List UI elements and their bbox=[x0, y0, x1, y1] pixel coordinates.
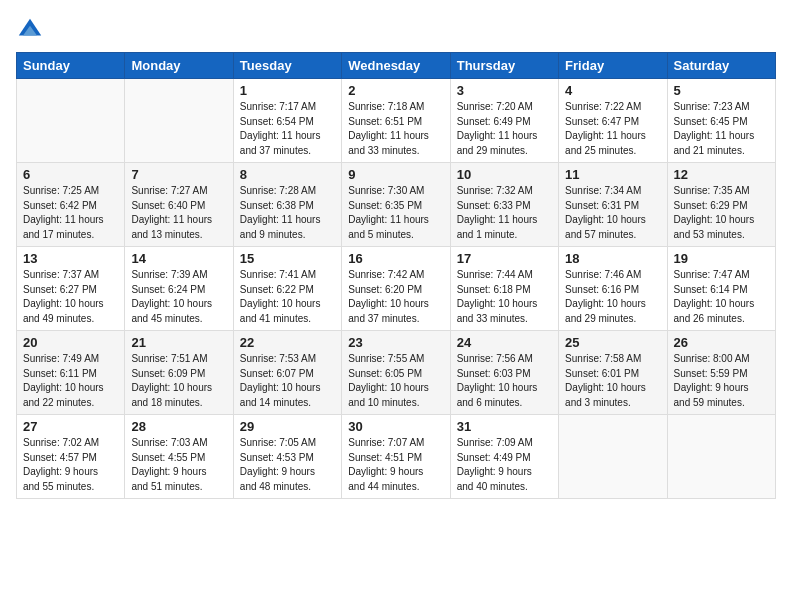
day-number: 16 bbox=[348, 251, 443, 266]
day-info: Sunrise: 8:00 AM Sunset: 5:59 PM Dayligh… bbox=[674, 352, 769, 410]
day-number: 30 bbox=[348, 419, 443, 434]
day-number: 7 bbox=[131, 167, 226, 182]
day-info: Sunrise: 7:32 AM Sunset: 6:33 PM Dayligh… bbox=[457, 184, 552, 242]
calendar-cell bbox=[667, 415, 775, 499]
day-number: 21 bbox=[131, 335, 226, 350]
day-info: Sunrise: 7:58 AM Sunset: 6:01 PM Dayligh… bbox=[565, 352, 660, 410]
day-info: Sunrise: 7:56 AM Sunset: 6:03 PM Dayligh… bbox=[457, 352, 552, 410]
calendar-cell: 9Sunrise: 7:30 AM Sunset: 6:35 PM Daylig… bbox=[342, 163, 450, 247]
weekday-header-tuesday: Tuesday bbox=[233, 53, 341, 79]
calendar-cell: 22Sunrise: 7:53 AM Sunset: 6:07 PM Dayli… bbox=[233, 331, 341, 415]
day-info: Sunrise: 7:35 AM Sunset: 6:29 PM Dayligh… bbox=[674, 184, 769, 242]
calendar-cell: 24Sunrise: 7:56 AM Sunset: 6:03 PM Dayli… bbox=[450, 331, 558, 415]
day-info: Sunrise: 7:25 AM Sunset: 6:42 PM Dayligh… bbox=[23, 184, 118, 242]
day-info: Sunrise: 7:27 AM Sunset: 6:40 PM Dayligh… bbox=[131, 184, 226, 242]
day-info: Sunrise: 7:51 AM Sunset: 6:09 PM Dayligh… bbox=[131, 352, 226, 410]
calendar-week-3: 13Sunrise: 7:37 AM Sunset: 6:27 PM Dayli… bbox=[17, 247, 776, 331]
day-info: Sunrise: 7:39 AM Sunset: 6:24 PM Dayligh… bbox=[131, 268, 226, 326]
calendar-cell: 29Sunrise: 7:05 AM Sunset: 4:53 PM Dayli… bbox=[233, 415, 341, 499]
day-info: Sunrise: 7:09 AM Sunset: 4:49 PM Dayligh… bbox=[457, 436, 552, 494]
day-number: 1 bbox=[240, 83, 335, 98]
day-number: 8 bbox=[240, 167, 335, 182]
day-number: 15 bbox=[240, 251, 335, 266]
day-info: Sunrise: 7:30 AM Sunset: 6:35 PM Dayligh… bbox=[348, 184, 443, 242]
page-header bbox=[16, 16, 776, 44]
calendar-cell: 2Sunrise: 7:18 AM Sunset: 6:51 PM Daylig… bbox=[342, 79, 450, 163]
weekday-header-monday: Monday bbox=[125, 53, 233, 79]
day-info: Sunrise: 7:05 AM Sunset: 4:53 PM Dayligh… bbox=[240, 436, 335, 494]
day-info: Sunrise: 7:20 AM Sunset: 6:49 PM Dayligh… bbox=[457, 100, 552, 158]
day-number: 2 bbox=[348, 83, 443, 98]
calendar-cell: 8Sunrise: 7:28 AM Sunset: 6:38 PM Daylig… bbox=[233, 163, 341, 247]
day-info: Sunrise: 7:44 AM Sunset: 6:18 PM Dayligh… bbox=[457, 268, 552, 326]
day-info: Sunrise: 7:07 AM Sunset: 4:51 PM Dayligh… bbox=[348, 436, 443, 494]
calendar-cell: 16Sunrise: 7:42 AM Sunset: 6:20 PM Dayli… bbox=[342, 247, 450, 331]
day-number: 29 bbox=[240, 419, 335, 434]
calendar-cell: 6Sunrise: 7:25 AM Sunset: 6:42 PM Daylig… bbox=[17, 163, 125, 247]
day-number: 27 bbox=[23, 419, 118, 434]
day-info: Sunrise: 7:03 AM Sunset: 4:55 PM Dayligh… bbox=[131, 436, 226, 494]
calendar-cell: 12Sunrise: 7:35 AM Sunset: 6:29 PM Dayli… bbox=[667, 163, 775, 247]
weekday-header-friday: Friday bbox=[559, 53, 667, 79]
calendar-cell: 15Sunrise: 7:41 AM Sunset: 6:22 PM Dayli… bbox=[233, 247, 341, 331]
calendar-cell: 23Sunrise: 7:55 AM Sunset: 6:05 PM Dayli… bbox=[342, 331, 450, 415]
calendar-cell: 1Sunrise: 7:17 AM Sunset: 6:54 PM Daylig… bbox=[233, 79, 341, 163]
day-number: 6 bbox=[23, 167, 118, 182]
weekday-header-wednesday: Wednesday bbox=[342, 53, 450, 79]
calendar-cell: 27Sunrise: 7:02 AM Sunset: 4:57 PM Dayli… bbox=[17, 415, 125, 499]
weekday-header-saturday: Saturday bbox=[667, 53, 775, 79]
day-number: 14 bbox=[131, 251, 226, 266]
calendar-week-5: 27Sunrise: 7:02 AM Sunset: 4:57 PM Dayli… bbox=[17, 415, 776, 499]
calendar-week-2: 6Sunrise: 7:25 AM Sunset: 6:42 PM Daylig… bbox=[17, 163, 776, 247]
weekday-header-sunday: Sunday bbox=[17, 53, 125, 79]
calendar-cell: 17Sunrise: 7:44 AM Sunset: 6:18 PM Dayli… bbox=[450, 247, 558, 331]
calendar-cell: 26Sunrise: 8:00 AM Sunset: 5:59 PM Dayli… bbox=[667, 331, 775, 415]
day-info: Sunrise: 7:53 AM Sunset: 6:07 PM Dayligh… bbox=[240, 352, 335, 410]
calendar-cell: 4Sunrise: 7:22 AM Sunset: 6:47 PM Daylig… bbox=[559, 79, 667, 163]
calendar-week-1: 1Sunrise: 7:17 AM Sunset: 6:54 PM Daylig… bbox=[17, 79, 776, 163]
day-number: 18 bbox=[565, 251, 660, 266]
day-number: 25 bbox=[565, 335, 660, 350]
day-number: 31 bbox=[457, 419, 552, 434]
weekday-header-thursday: Thursday bbox=[450, 53, 558, 79]
day-info: Sunrise: 7:02 AM Sunset: 4:57 PM Dayligh… bbox=[23, 436, 118, 494]
day-number: 28 bbox=[131, 419, 226, 434]
day-number: 17 bbox=[457, 251, 552, 266]
calendar-cell: 3Sunrise: 7:20 AM Sunset: 6:49 PM Daylig… bbox=[450, 79, 558, 163]
calendar-cell: 31Sunrise: 7:09 AM Sunset: 4:49 PM Dayli… bbox=[450, 415, 558, 499]
day-number: 10 bbox=[457, 167, 552, 182]
calendar-cell bbox=[559, 415, 667, 499]
day-number: 12 bbox=[674, 167, 769, 182]
logo bbox=[16, 16, 48, 44]
day-number: 23 bbox=[348, 335, 443, 350]
calendar-cell: 21Sunrise: 7:51 AM Sunset: 6:09 PM Dayli… bbox=[125, 331, 233, 415]
calendar-cell: 7Sunrise: 7:27 AM Sunset: 6:40 PM Daylig… bbox=[125, 163, 233, 247]
day-number: 3 bbox=[457, 83, 552, 98]
day-info: Sunrise: 7:22 AM Sunset: 6:47 PM Dayligh… bbox=[565, 100, 660, 158]
day-info: Sunrise: 7:49 AM Sunset: 6:11 PM Dayligh… bbox=[23, 352, 118, 410]
day-info: Sunrise: 7:17 AM Sunset: 6:54 PM Dayligh… bbox=[240, 100, 335, 158]
calendar-cell: 14Sunrise: 7:39 AM Sunset: 6:24 PM Dayli… bbox=[125, 247, 233, 331]
day-info: Sunrise: 7:28 AM Sunset: 6:38 PM Dayligh… bbox=[240, 184, 335, 242]
day-info: Sunrise: 7:46 AM Sunset: 6:16 PM Dayligh… bbox=[565, 268, 660, 326]
calendar-cell: 11Sunrise: 7:34 AM Sunset: 6:31 PM Dayli… bbox=[559, 163, 667, 247]
day-info: Sunrise: 7:18 AM Sunset: 6:51 PM Dayligh… bbox=[348, 100, 443, 158]
day-number: 13 bbox=[23, 251, 118, 266]
calendar-cell: 5Sunrise: 7:23 AM Sunset: 6:45 PM Daylig… bbox=[667, 79, 775, 163]
day-info: Sunrise: 7:41 AM Sunset: 6:22 PM Dayligh… bbox=[240, 268, 335, 326]
day-number: 26 bbox=[674, 335, 769, 350]
calendar-cell bbox=[17, 79, 125, 163]
day-info: Sunrise: 7:23 AM Sunset: 6:45 PM Dayligh… bbox=[674, 100, 769, 158]
day-info: Sunrise: 7:34 AM Sunset: 6:31 PM Dayligh… bbox=[565, 184, 660, 242]
day-info: Sunrise: 7:37 AM Sunset: 6:27 PM Dayligh… bbox=[23, 268, 118, 326]
day-info: Sunrise: 7:42 AM Sunset: 6:20 PM Dayligh… bbox=[348, 268, 443, 326]
calendar-table: SundayMondayTuesdayWednesdayThursdayFrid… bbox=[16, 52, 776, 499]
calendar-week-4: 20Sunrise: 7:49 AM Sunset: 6:11 PM Dayli… bbox=[17, 331, 776, 415]
calendar-cell: 10Sunrise: 7:32 AM Sunset: 6:33 PM Dayli… bbox=[450, 163, 558, 247]
day-number: 20 bbox=[23, 335, 118, 350]
calendar-cell: 20Sunrise: 7:49 AM Sunset: 6:11 PM Dayli… bbox=[17, 331, 125, 415]
day-number: 11 bbox=[565, 167, 660, 182]
weekday-header-row: SundayMondayTuesdayWednesdayThursdayFrid… bbox=[17, 53, 776, 79]
day-number: 22 bbox=[240, 335, 335, 350]
day-number: 4 bbox=[565, 83, 660, 98]
